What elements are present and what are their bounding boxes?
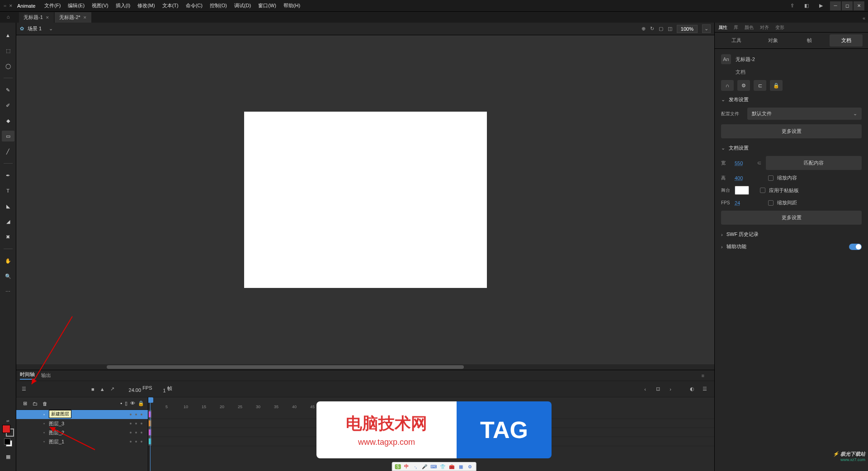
close-icon[interactable]: ✕	[46, 15, 49, 20]
workspace-icon[interactable]: ◧	[801, 1, 812, 10]
ime-settings-icon[interactable]: ⚙	[467, 463, 473, 470]
camera-icon[interactable]: ■	[91, 386, 94, 392]
play-icon[interactable]: ▶	[816, 1, 826, 10]
close-icon[interactable]: ✕	[83, 15, 87, 20]
doc-tab-2[interactable]: 无标题-2* ✕	[55, 12, 91, 23]
highlight-icon[interactable]: •	[120, 400, 122, 406]
tab-align[interactable]: 对齐	[760, 24, 769, 31]
horizontal-scrollbar[interactable]	[16, 364, 714, 370]
accessibility-section[interactable]: › 辅助功能	[721, 243, 862, 250]
layer-row-4[interactable]: 新建图层 ▫ 图层_4	[16, 410, 148, 419]
menu-insert[interactable]: 插入(I)	[116, 2, 130, 9]
brush-tool[interactable]: ✎	[2, 85, 14, 95]
share-icon[interactable]: ⇪	[787, 1, 797, 10]
subtab-frame[interactable]: 帧	[793, 34, 826, 47]
rectangle-tool[interactable]: ▭	[2, 131, 14, 141]
ime-toolbar[interactable]: S 中 ·, 🎤 ⌨ 👕 🧰 ▦ ⚙	[392, 462, 476, 471]
layers-icon[interactable]: ☰	[22, 386, 26, 392]
eraser-tool[interactable]: ✖	[2, 231, 14, 242]
scale-content-check[interactable]: 缩放内容	[768, 174, 797, 181]
layer-row-1[interactable]: ▫ 图层_1	[16, 437, 148, 446]
menu-file[interactable]: 文件(F)	[44, 2, 61, 9]
height-input[interactable]: 400	[735, 175, 753, 181]
match-content-button[interactable]: 匹配内容	[766, 156, 862, 170]
tab-color[interactable]: 颜色	[745, 24, 754, 31]
layer-parent-icon[interactable]: ↗	[110, 386, 114, 392]
clip-icon[interactable]: ▢	[659, 26, 663, 32]
fps-input[interactable]: 24	[735, 200, 753, 206]
more-publish-button[interactable]: 更多设置	[721, 124, 862, 138]
subtab-object[interactable]: 对象	[757, 34, 790, 47]
tab-transform[interactable]: 变形	[775, 24, 784, 31]
current-frame[interactable]: 1	[163, 387, 166, 393]
menu-modify[interactable]: 修改(M)	[137, 2, 155, 9]
fit-icon[interactable]: ◫	[668, 26, 672, 32]
layer-name[interactable]: 图层_3	[49, 420, 64, 427]
text-tool[interactable]: T	[2, 185, 14, 196]
insert-kf-icon[interactable]: ⊡	[654, 386, 662, 392]
chevron-down-icon[interactable]: ⌄	[49, 26, 53, 32]
shape-tool[interactable]: ◆	[2, 115, 14, 126]
swf-history-section[interactable]: › SWF 历史记录	[721, 231, 862, 238]
hand-tool[interactable]: ✋	[2, 255, 14, 266]
menu-window[interactable]: 窗口(W)	[258, 2, 276, 9]
stage-canvas[interactable]	[244, 112, 487, 288]
ime-voice-icon[interactable]: 🎤	[421, 463, 428, 470]
outline-icon[interactable]: ▯	[125, 400, 127, 406]
ime-punct-icon[interactable]: ·,	[412, 463, 419, 470]
default-colors[interactable]	[4, 438, 12, 447]
pen-tool[interactable]: ✒	[2, 170, 14, 181]
fill-stroke-swatch[interactable]	[2, 425, 14, 437]
stage-area[interactable]	[16, 35, 714, 364]
playhead[interactable]	[150, 401, 151, 471]
publish-section[interactable]: ⌄ 发布设置	[721, 96, 862, 103]
zoom-tool[interactable]: 🔍	[2, 271, 14, 282]
ime-skin-icon[interactable]: 👕	[439, 463, 446, 470]
swap-colors-icon[interactable]: ▦	[2, 451, 14, 462]
pencil-tool[interactable]: ✐	[2, 100, 14, 111]
scale-spacing-check[interactable]: 缩放间距	[768, 199, 797, 206]
center-stage-icon[interactable]: ⊕	[642, 26, 646, 32]
doc-tab-1[interactable]: 无标题-1 ✕	[19, 12, 54, 23]
tab-properties[interactable]: 属性	[718, 24, 727, 31]
eyedropper-tool[interactable]: ◢	[2, 216, 14, 227]
menu-control[interactable]: 控制(O)	[210, 2, 227, 9]
layer-row-2[interactable]: ▫ 图层_2	[16, 428, 148, 437]
apply-pasteboard-check[interactable]: 应用于粘贴板	[760, 187, 799, 194]
menu-text[interactable]: 文本(T)	[162, 2, 179, 9]
subtab-tool[interactable]: 工具	[720, 34, 753, 47]
prev-kf-icon[interactable]: ‹	[641, 386, 649, 392]
layer-name[interactable]: 图层_1	[49, 438, 64, 445]
selection-tool[interactable]: ▲	[2, 30, 14, 41]
crop-icon[interactable]: ⊏	[754, 80, 766, 91]
delete-layer-button[interactable]: 🗑	[40, 401, 50, 406]
layer-name[interactable]: 图层_2	[49, 429, 64, 436]
rotate-icon[interactable]: ↻	[650, 26, 654, 32]
stage-color-swatch[interactable]	[735, 186, 749, 195]
layer-row-3[interactable]: ▫ 图层_3	[16, 419, 148, 428]
edit-frames-icon[interactable]: ☰	[701, 386, 709, 392]
tab-output[interactable]: 输出	[41, 372, 51, 379]
subtab-doc[interactable]: 文档	[830, 34, 863, 47]
lock-doc-icon[interactable]: 🔒	[770, 80, 783, 91]
tab-library[interactable]: 库	[734, 24, 738, 31]
wrench-icon[interactable]: ⚙	[737, 80, 750, 91]
fps-value[interactable]: 24.00	[129, 387, 142, 393]
scene-name[interactable]: 场景 1	[28, 25, 42, 32]
zoom-dropdown[interactable]: ⌄	[702, 24, 711, 33]
home-icon[interactable]: ⌂	[0, 12, 16, 22]
doc-settings-section[interactable]: ⌄ 文档设置	[721, 145, 862, 151]
profile-select[interactable]: 默认文件 ⌄	[747, 108, 862, 120]
close-button[interactable]: ✕	[854, 1, 864, 10]
menu-command[interactable]: 命令(C)	[186, 2, 203, 9]
onion-skin-icon[interactable]: ◐	[688, 386, 696, 392]
menu-debug[interactable]: 调试(D)	[234, 2, 251, 9]
minimize-button[interactable]: ─	[830, 1, 841, 10]
tab-timeline[interactable]: 时间轴	[20, 371, 35, 380]
paint-bucket-tool[interactable]: ◣	[2, 201, 14, 212]
ime-grid-icon[interactable]: ▦	[458, 463, 464, 470]
next-kf-icon[interactable]: ›	[666, 386, 675, 392]
more-tools[interactable]: ⋯	[2, 286, 14, 297]
panel-menu-icon[interactable]: ≡	[702, 373, 704, 378]
new-layer-button[interactable]: ⊞	[20, 400, 30, 406]
